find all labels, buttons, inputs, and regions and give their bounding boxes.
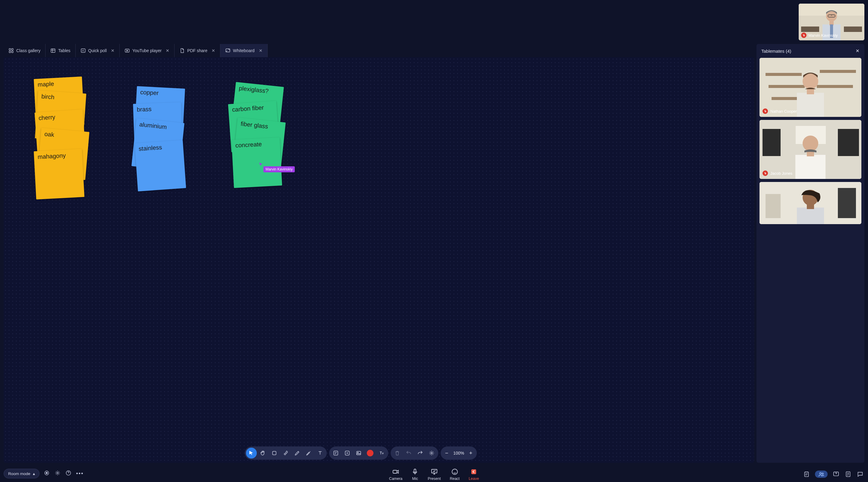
svg-rect-19 [334, 451, 338, 455]
svg-rect-34 [763, 129, 781, 156]
tab-quick-poll[interactable]: Quick poll ✕ [76, 44, 120, 57]
svg-rect-18 [273, 451, 276, 455]
agenda-icon[interactable] [803, 471, 810, 478]
svg-rect-10 [9, 49, 10, 50]
tab-class-gallery[interactable]: Class gallery [4, 44, 45, 57]
svg-rect-51 [414, 469, 416, 472]
chat-icon[interactable] [857, 471, 864, 478]
settings-button[interactable] [426, 448, 437, 458]
svg-rect-54 [471, 469, 476, 474]
notes-icon[interactable] [844, 471, 852, 478]
mic-muted-icon [763, 170, 768, 176]
add-shape-tool[interactable] [342, 448, 352, 458]
tab-youtube[interactable]: YouTube player ✕ [120, 44, 175, 57]
zoom-out-button[interactable]: − [443, 450, 450, 456]
close-icon[interactable]: ✕ [212, 48, 215, 53]
text-style-tool[interactable] [376, 448, 387, 458]
image-tool[interactable] [353, 448, 364, 458]
sticky-text: mahagony [37, 152, 66, 160]
redo-button[interactable] [415, 448, 426, 458]
avatar [786, 182, 835, 224]
camera-button[interactable]: Camera [389, 468, 402, 481]
close-icon[interactable]: ✕ [111, 48, 115, 53]
present-button[interactable]: Present [428, 468, 441, 481]
svg-rect-50 [393, 470, 397, 473]
tablemate-tile[interactable] [760, 182, 861, 224]
room-mode-label: Room mode [8, 472, 30, 476]
tab-label: Quick poll [88, 48, 107, 53]
zoom-controls: − 100% + [441, 446, 477, 460]
qa-icon[interactable] [832, 471, 840, 478]
brush-tool[interactable] [280, 448, 291, 458]
tab-tables[interactable]: Tables [45, 44, 75, 57]
zoom-level: 100% [453, 451, 464, 455]
center-dock: Camera Mic Present React Leave [389, 468, 479, 481]
sticky-text: copper [140, 89, 159, 96]
react-button[interactable]: React [450, 468, 460, 481]
svg-rect-42 [766, 194, 781, 218]
svg-rect-43 [797, 207, 824, 224]
more-icon[interactable]: ••• [76, 471, 84, 477]
tab-whiteboard[interactable]: Whiteboard ✕ [220, 44, 268, 57]
self-video-pip[interactable]: Marvin Kavinskiy [799, 4, 864, 40]
sticky-note-tool[interactable] [330, 448, 341, 458]
sticky-note[interactable]: concreate [231, 137, 282, 188]
right-icon-bar [803, 471, 864, 478]
hand-tool[interactable] [257, 448, 268, 458]
close-icon[interactable]: ✕ [166, 48, 169, 53]
tool-group-edit [391, 446, 438, 460]
dock-label: React [450, 477, 460, 481]
tab-pdf[interactable]: PDF share ✕ [175, 44, 220, 57]
help-icon[interactable] [65, 470, 71, 477]
undo-button[interactable] [403, 448, 414, 458]
tab-label: Whiteboard [233, 48, 255, 53]
tablemate-tile[interactable]: Jacob Jones [760, 120, 861, 179]
svg-rect-11 [12, 49, 13, 50]
pdf-icon [179, 48, 185, 53]
panel-title: Tablemates (4) [761, 49, 791, 54]
sticky-text: plexiglass? [239, 85, 269, 94]
tool-group-main [245, 446, 327, 460]
pointer-tool[interactable] [246, 448, 257, 458]
svg-rect-35 [838, 129, 859, 156]
whiteboard-toolbar: − 100% + [245, 446, 477, 460]
rectangle-tool[interactable] [269, 448, 280, 458]
sticky-text: oak [44, 130, 55, 138]
highlighter-tool[interactable] [303, 448, 314, 458]
svg-point-23 [431, 452, 433, 454]
bottom-bar: Room mode ▴ ••• Camera Mic Present React… [0, 465, 868, 482]
dock-label: Mic [412, 477, 418, 481]
zoom-in-button[interactable]: + [467, 450, 474, 456]
sticky-note[interactable]: mahagony [34, 149, 84, 199]
sticky-note[interactable]: stainless [135, 140, 186, 192]
pencil-tool[interactable] [292, 448, 303, 458]
participants-icon[interactable] [815, 471, 828, 478]
remote-cursor-icon [258, 162, 264, 167]
settings-icon[interactable] [55, 470, 61, 477]
room-mode-selector[interactable]: Room mode ▴ [4, 469, 39, 478]
avatar [786, 122, 835, 179]
react-icon [451, 468, 458, 475]
svg-rect-55 [805, 472, 809, 477]
svg-rect-30 [797, 93, 824, 117]
chevron-up-icon: ▴ [33, 471, 35, 476]
leave-button[interactable]: Leave [469, 468, 479, 481]
sticky-text: cherry [38, 114, 56, 121]
record-button[interactable] [367, 450, 373, 456]
record-status-icon[interactable] [44, 470, 50, 477]
close-icon[interactable]: ✕ [259, 48, 262, 53]
mic-button[interactable]: Mic [411, 468, 418, 481]
close-icon[interactable]: ✕ [856, 48, 860, 54]
svg-rect-37 [795, 155, 826, 179]
text-tool[interactable] [315, 448, 326, 458]
sticky-text: aluminium [139, 121, 167, 130]
sticky-text: brass [137, 106, 152, 113]
trash-button[interactable] [392, 448, 403, 458]
whiteboard-canvas[interactable]: maple birch cherry oak mahagony copper b… [4, 57, 754, 463]
mate-name: Nathan Cooper [770, 109, 797, 114]
svg-rect-13 [12, 51, 13, 53]
svg-point-53 [452, 469, 458, 475]
tablemate-tile[interactable]: Nathan Cooper [760, 58, 861, 117]
sticky-text: fiber glass [241, 120, 269, 130]
sticky-text: maple [37, 81, 54, 88]
